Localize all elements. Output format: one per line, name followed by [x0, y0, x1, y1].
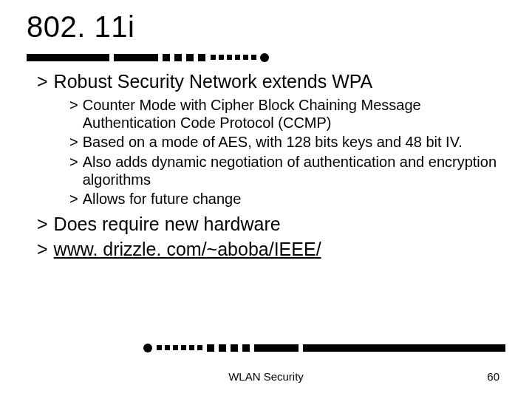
- chevron-right-icon: >: [69, 133, 78, 151]
- bullet-level1: > www. drizzle. com/~aboba/IEEE/: [37, 238, 505, 261]
- page-number: 60: [487, 370, 499, 383]
- bullet-level2: > Also adds dynamic negotiation of authe…: [69, 153, 505, 189]
- bullet-level2: > Counter Mode with Cipher Block Chainin…: [69, 96, 505, 132]
- bullet-level2: > Allows for future change: [69, 190, 505, 208]
- bullet-level1: > Does require new hardware: [37, 213, 505, 236]
- chevron-right-icon: >: [37, 238, 48, 261]
- decor-top: [27, 52, 505, 63]
- bullet-text: Does require new hardware: [54, 213, 281, 236]
- content: > Robust Security Network extends WPA > …: [27, 70, 505, 261]
- bullet-text: Allows for future change: [83, 190, 242, 208]
- footer-title: WLAN Security: [0, 370, 532, 383]
- decor-bottom: [27, 343, 505, 353]
- chevron-right-icon: >: [69, 96, 78, 132]
- bullet-text: Counter Mode with Cipher Block Chaining …: [83, 96, 505, 132]
- bullet-text: Based on a mode of AES, with 128 bits ke…: [83, 133, 463, 151]
- slide-title: 802. 11i: [27, 10, 505, 44]
- bullet-level1: > Robust Security Network extends WPA: [37, 70, 505, 93]
- bullet-text: Also adds dynamic negotiation of authent…: [83, 153, 505, 189]
- bullet-level2: > Based on a mode of AES, with 128 bits …: [69, 133, 505, 151]
- bullet-link-text: www. drizzle. com/~aboba/IEEE/: [54, 238, 321, 261]
- bullet-text: Robust Security Network extends WPA: [54, 70, 373, 93]
- sub-bullets: > Counter Mode with Cipher Block Chainin…: [37, 96, 505, 208]
- chevron-right-icon: >: [37, 213, 48, 236]
- chevron-right-icon: >: [69, 153, 78, 189]
- chevron-right-icon: >: [37, 70, 48, 93]
- slide: 802. 11i > Robust Security Network exten…: [0, 0, 532, 399]
- chevron-right-icon: >: [69, 190, 78, 208]
